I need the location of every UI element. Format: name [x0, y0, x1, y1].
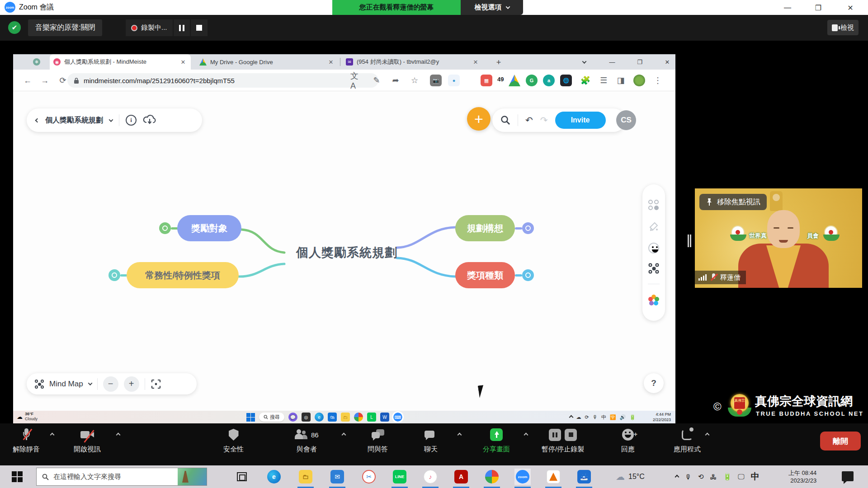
tab-search-chevron-icon[interactable]	[577, 56, 591, 68]
pause-recording-button[interactable]	[174, 19, 190, 36]
chat-button[interactable]: 聊天	[424, 428, 438, 454]
notification-center-icon[interactable]	[842, 471, 854, 481]
ext-globe-icon[interactable]: 🌐	[560, 75, 572, 86]
apps-button[interactable]: 應用程式	[674, 428, 701, 454]
mindmap-mode-icon[interactable]	[649, 263, 659, 274]
teams-chat-icon[interactable]: 💬	[288, 413, 297, 422]
taskbar-photos-icon[interactable]: 🗻	[576, 469, 592, 485]
node-connector-ring[interactable]	[522, 269, 534, 281]
side-panel-icon[interactable]: ◨	[614, 74, 627, 87]
tab-close-icon[interactable]: ✕	[327, 58, 335, 66]
zoom-app-icon[interactable]: ⌨	[393, 413, 402, 422]
taskbar-zoom-icon[interactable]: zoom	[514, 469, 531, 485]
forward-icon[interactable]: →	[38, 74, 51, 87]
edit-share-icon[interactable]: ✎	[370, 74, 383, 87]
central-topic[interactable]: 個人獎勵系統規劃	[283, 244, 410, 261]
restore-button[interactable]: ❐	[812, 2, 824, 14]
mindmap-node-regular-special-awards[interactable]: 常務性/特例性獎項	[127, 262, 239, 288]
ext-screenshot-icon[interactable]: 📷	[430, 75, 442, 86]
host-weather-widget[interactable]: ☁ 15°C	[616, 465, 645, 488]
line-icon[interactable]: L	[367, 413, 376, 422]
host-system-tray[interactable]: 🎙 ⟲ 🖧 🔋 🖵 中	[675, 465, 760, 488]
layout-chevron-icon[interactable]	[88, 381, 92, 385]
taskbar-vlc-icon[interactable]	[545, 469, 561, 485]
taskbar-mail-icon[interactable]: ✉	[329, 469, 345, 485]
word-icon[interactable]: W	[380, 413, 389, 422]
speaker-video-tile[interactable]: 世界真 員會 移除焦點視訊 釋蓮僧	[695, 188, 862, 288]
ext-a-icon[interactable]: a	[543, 75, 555, 86]
pause-stop-recording-button[interactable]: 暫停/停止錄製	[542, 428, 584, 454]
taskbar-acrobat-icon[interactable]: A	[453, 469, 469, 485]
store-icon[interactable]: 🛍	[328, 413, 337, 422]
camera-app-icon[interactable]: ◎	[302, 413, 311, 422]
qa-button[interactable]: 問與答	[368, 428, 388, 454]
center-map-icon[interactable]	[151, 379, 161, 389]
browser-close-button[interactable]: ✕	[660, 56, 674, 68]
ext-drop-icon[interactable]: ●	[448, 75, 460, 86]
minimize-button[interactable]: —	[782, 2, 793, 14]
chat-chevron-icon[interactable]	[458, 433, 462, 437]
close-button[interactable]: ✕	[844, 2, 856, 14]
taskbar-itunes-icon[interactable]: ♪	[422, 469, 439, 485]
browser-minimize-button[interactable]: —	[605, 56, 619, 68]
start-video-button[interactable]: 開啟視訊	[74, 428, 101, 454]
browser-menu-icon[interactable]: ⋮	[651, 74, 664, 87]
help-button[interactable]: ?	[644, 373, 664, 393]
panel-resize-handle[interactable]	[688, 235, 691, 247]
shared-system-tray[interactable]: ☁ ⟳ 🎙 中 🛜 🔊 🔋	[570, 411, 636, 423]
reading-list-icon[interactable]: ☰	[597, 74, 610, 87]
ext-drive-icon[interactable]	[509, 75, 520, 86]
chrome-icon[interactable]	[354, 413, 363, 422]
node-connector-ring[interactable]	[159, 222, 171, 234]
node-connector-ring[interactable]	[522, 222, 534, 234]
tab-close-icon[interactable]: ✕	[472, 58, 480, 66]
zoom-in-button[interactable]: +	[124, 376, 139, 392]
node-connector-ring[interactable]	[108, 269, 120, 281]
new-tab-button[interactable]: +	[493, 57, 504, 68]
taskbar-file-explorer-icon[interactable]: 🗀	[297, 469, 314, 485]
video-options-chevron-icon[interactable]	[116, 433, 121, 437]
ext-g-icon[interactable]: G	[526, 75, 538, 86]
taskbar-snipping-icon[interactable]: ✂	[361, 469, 377, 485]
bookmark-star-icon[interactable]: ☆	[408, 74, 421, 87]
tab-mail[interactable]: ✉ (954 封尚未讀取) - tbvtmail2@y ✕	[342, 54, 483, 70]
share-chevron-icon[interactable]	[524, 433, 528, 437]
tab-mindmeister[interactable]: ◉ 個人獎勵系統規劃 - MindMeiste ✕	[50, 54, 191, 70]
windows-start-button[interactable]	[246, 413, 255, 422]
share-screen-button[interactable]: 分享畫面	[483, 428, 510, 454]
reactions-button[interactable]: + 回應	[621, 428, 635, 454]
taskbar-line-icon[interactable]: LINE	[392, 469, 408, 485]
leave-meeting-button[interactable]: 離開	[820, 432, 861, 450]
shared-clock[interactable]: 4:44 PM2/22/2023	[653, 412, 671, 422]
mindmeister-logo-icon[interactable]	[648, 295, 659, 305]
mindmeister-canvas[interactable]: 個人獎勵系統規劃 i + ↶ ↷ Invite CS	[13, 92, 675, 411]
security-button[interactable]: 安全性	[223, 428, 244, 454]
ext-grid-icon[interactable]: ▦	[481, 75, 492, 86]
address-bar[interactable]: mindmeister.com/map/2512916060?t=2bbjlqm…	[67, 73, 378, 88]
original-sound-button[interactable]: 音樂家的原聲:關閉	[28, 19, 102, 36]
layout-grid-icon[interactable]	[648, 200, 659, 211]
send-icon[interactable]: ➦	[389, 74, 402, 87]
view-options-dropdown[interactable]: 檢視選項	[461, 0, 523, 15]
stop-recording-button[interactable]	[191, 19, 208, 36]
emoji-icon[interactable]	[648, 243, 659, 253]
translate-icon[interactable]: 文A	[350, 74, 363, 87]
task-view-icon[interactable]	[237, 472, 247, 481]
extensions-puzzle-icon[interactable]: 🧩	[579, 74, 592, 87]
zoom-out-button[interactable]: −	[103, 376, 118, 392]
mindmap-node-award-types[interactable]: 獎項種類	[455, 262, 515, 288]
edge-icon[interactable]: e	[315, 413, 324, 422]
shared-weather-widget[interactable]: ☁ 36°FCloudy	[17, 412, 38, 422]
browser-maximize-button[interactable]: ❐	[633, 56, 646, 68]
layout-select[interactable]: Mind Map	[49, 380, 83, 389]
unmute-button[interactable]: 解除靜音	[13, 428, 40, 454]
view-layout-button[interactable]: 檢視	[827, 20, 859, 35]
profile-avatar[interactable]	[633, 75, 645, 86]
host-clock[interactable]: 上午 08:442023/2/23	[788, 469, 816, 484]
taskbar-edge-icon[interactable]: e	[266, 469, 282, 485]
paintbrush-icon[interactable]	[648, 221, 659, 232]
tab-google-drive[interactable]: My Drive - Google Drive ✕	[196, 54, 339, 70]
participants-chevron-icon[interactable]	[342, 433, 346, 437]
pinned-tab[interactable]: ✻	[25, 54, 48, 70]
tab-close-icon[interactable]: ✕	[179, 58, 187, 66]
